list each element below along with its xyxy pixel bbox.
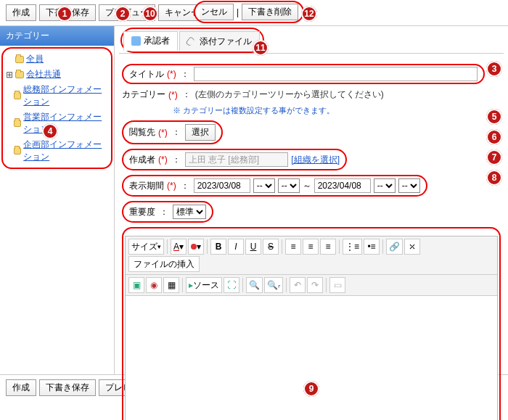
category-label: カテゴリー: [122, 88, 165, 101]
folder-icon: [14, 147, 21, 155]
insert-file-button[interactable]: ファイルの挿入: [128, 256, 200, 272]
redo-button[interactable]: ↷: [307, 277, 323, 293]
tree-label[interactable]: 企画部インフォメーション: [23, 139, 108, 163]
importance-label: 重要度: [129, 206, 155, 218]
main-area: カテゴリー 全員 ⊞ 会社共通 総務部インフォメーション 営業部インフォメーショ…: [0, 25, 508, 375]
fullscreen-button[interactable]: ⛶: [224, 277, 239, 293]
tree-label[interactable]: 全員: [26, 53, 44, 65]
delete-draft-button[interactable]: 下書き削除: [242, 4, 298, 20]
tree-item-kikaku[interactable]: 企画部インフォメーション: [4, 137, 110, 165]
title-row: タイトル(*)：: [122, 64, 485, 84]
flash-button[interactable]: ◉: [146, 277, 162, 293]
tab-approver[interactable]: 承認者: [123, 31, 178, 51]
preview-button[interactable]: プレビュー: [99, 4, 155, 21]
importance-row: 重要度： 標準: [122, 201, 213, 223]
tab-bar: 承認者 添付ファイル: [119, 26, 504, 54]
tree-label[interactable]: 会社共通: [26, 68, 61, 81]
create-button[interactable]: 作成: [6, 4, 36, 21]
category-tree: 全員 ⊞ 会社共通 総務部インフォメーション 営業部インフォメーション 企画部イ…: [1, 47, 112, 169]
tree-label[interactable]: 営業部インフォメーション: [23, 111, 108, 136]
title-input[interactable]: [194, 67, 478, 81]
expand-icon[interactable]: ⊞: [6, 70, 13, 80]
category-sidebar: カテゴリー 全員 ⊞ 会社共通 総務部インフォメーション 営業部インフォメーショ…: [0, 26, 115, 374]
blocks-button[interactable]: ▭: [329, 277, 345, 293]
editor-highlight: サイズ ▾ A▾ ▾ B I U S ≡ ≡ ≡ ⋮≡ •≡: [122, 227, 501, 420]
draft-extra-buttons: ンセル | 下書き削除: [194, 1, 304, 23]
viewer-label: 閲覧先: [129, 126, 155, 139]
find-button[interactable]: 🔍: [246, 277, 263, 293]
min-from-select[interactable]: --: [278, 178, 300, 193]
save-draft-button[interactable]: 下書き保存: [39, 4, 96, 21]
text-color-button[interactable]: A▾: [171, 239, 187, 255]
bold-button[interactable]: B: [210, 239, 226, 255]
people-icon: [131, 36, 141, 46]
content-area: 承認者 添付ファイル タイトル(*)： カテゴリー(*)： (左側のカテゴリーツ…: [115, 26, 508, 374]
viewer-row: 閲覧先(*)： 選択: [122, 120, 223, 144]
editor-toolbar-2: ▣ ◉ ▦ ▸ソース ⛶ 🔍 🔍ᵣ ↶ ↷ ▭: [126, 275, 497, 296]
creator-label: 作成者: [129, 154, 155, 166]
underline-button[interactable]: U: [245, 239, 261, 255]
creator-row: 作成者(*)： [組織を選択]: [122, 149, 347, 170]
date-to-input[interactable]: [314, 178, 371, 193]
tab-label: 添付ファイル: [200, 36, 252, 48]
create-button-bottom[interactable]: 作成: [6, 379, 36, 396]
source-button[interactable]: ▸ソース: [186, 277, 222, 293]
editor-toolbar-1: サイズ ▾ A▾ ▾ B I U S ≡ ≡ ≡ ⋮≡ •≡: [126, 236, 497, 275]
tab-label: 承認者: [144, 35, 170, 47]
unlink-button[interactable]: ⤫: [404, 239, 420, 255]
period-label: 表示期間: [129, 180, 164, 192]
tree-item-eigyo[interactable]: 営業部インフォメーション: [4, 110, 110, 137]
tree-item-company[interactable]: ⊞ 会社共通: [4, 67, 110, 82]
replace-button[interactable]: 🔍ᵣ: [264, 277, 283, 293]
link-button[interactable]: 🔗: [386, 239, 403, 255]
image-button[interactable]: ▣: [128, 277, 144, 293]
tree-item-soumu[interactable]: 総務部インフォメーション: [4, 82, 110, 110]
folder-icon: [15, 56, 24, 63]
sidebar-header: カテゴリー: [0, 26, 114, 46]
period-row: 表示期間(*)： -- -- ～ -- --: [122, 175, 427, 197]
category-note: ※ カテゴリーは複数設定する事ができます。: [173, 105, 501, 116]
creator-input[interactable]: [185, 152, 289, 167]
ordered-list-button[interactable]: ⋮≡: [343, 239, 362, 255]
select-viewer-button[interactable]: 選択: [185, 124, 216, 141]
unordered-list-button[interactable]: •≡: [364, 239, 380, 255]
tree-label[interactable]: 総務部インフォメーション: [23, 83, 108, 108]
table-button[interactable]: ▦: [163, 277, 179, 293]
form-area: タイトル(*)： カテゴリー(*)： (左側のカテゴリーツリーから選択してくださ…: [119, 54, 504, 420]
save-draft-button-bottom[interactable]: 下書き保存: [39, 379, 96, 396]
hour-from-select[interactable]: --: [253, 178, 275, 193]
min-to-select[interactable]: --: [398, 178, 420, 193]
tree-item-all[interactable]: 全員: [4, 52, 110, 67]
align-right-button[interactable]: ≡: [320, 239, 336, 255]
date-from-input[interactable]: [194, 178, 250, 193]
hour-to-select[interactable]: --: [374, 178, 396, 193]
category-hint: (左側のカテゴリーツリーから選択してください): [195, 88, 384, 101]
undo-button[interactable]: ↶: [290, 277, 306, 293]
editor-textarea[interactable]: [126, 296, 497, 420]
cancel-button-cut[interactable]: ンセル: [200, 4, 234, 20]
align-center-button[interactable]: ≡: [303, 239, 319, 255]
rich-text-editor: サイズ ▾ A▾ ▾ B I U S ≡ ≡ ≡ ⋮≡ •≡: [125, 236, 498, 420]
tilde: ～: [303, 180, 311, 192]
tabs-highlight: 承認者 添付ファイル: [120, 28, 264, 53]
title-label: タイトル: [129, 68, 164, 81]
tab-attachment[interactable]: 添付ファイル: [179, 31, 260, 51]
strike-button[interactable]: S: [263, 239, 279, 255]
importance-select[interactable]: 標準: [173, 205, 206, 219]
size-select[interactable]: サイズ ▾: [128, 239, 164, 255]
folder-icon: [14, 92, 21, 99]
clip-icon: [187, 37, 197, 46]
align-left-button[interactable]: ≡: [285, 239, 301, 255]
folder-icon: [15, 71, 24, 78]
bg-color-button[interactable]: ▾: [188, 239, 204, 255]
folder-icon: [14, 120, 21, 127]
italic-button[interactable]: I: [228, 239, 244, 255]
org-select-link[interactable]: [組織を選択]: [291, 154, 340, 166]
